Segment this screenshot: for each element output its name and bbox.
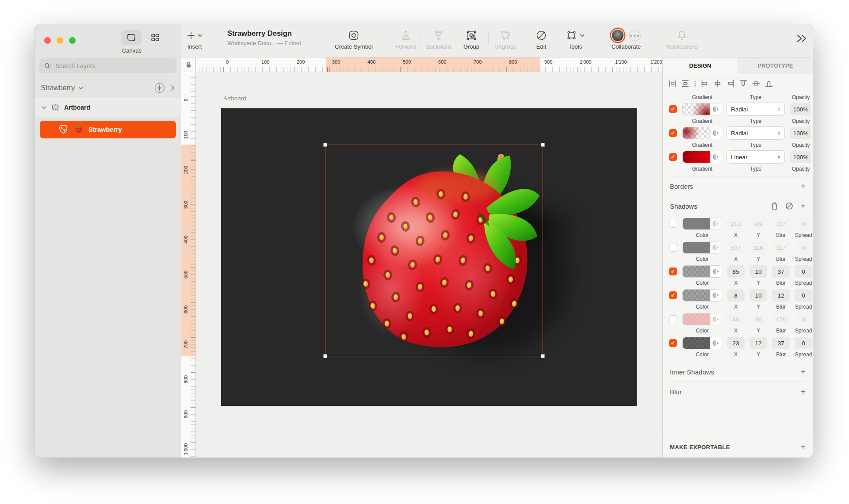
shadow-blur-field[interactable]: 176 [772,313,790,325]
collaborator-avatar[interactable] [612,30,623,41]
color-picker-button[interactable] [710,337,722,349]
shadow-y-field[interactable]: 10 [750,265,767,278]
shadow-spread-field[interactable]: 0 [795,289,812,302]
shadow-color-swatch[interactable] [682,218,722,230]
delete-shadow-button[interactable] [771,202,778,210]
color-picker-button[interactable] [710,313,722,325]
vertical-ruler[interactable]: 01002003004005006007008009001'000 [181,72,196,458]
resize-handle-top-left[interactable] [323,143,327,147]
components-view-toggle[interactable] [149,32,162,43]
zoom-window-button[interactable] [69,37,76,44]
shadow-y-field[interactable]: -89 [750,218,767,230]
collapse-panels-icon[interactable] [795,34,808,43]
align-right-icon[interactable] [726,79,735,88]
add-shadow-button[interactable]: + [800,201,806,211]
add-export-button[interactable]: + [800,442,806,452]
shadow-enabled-checkbox[interactable] [669,339,677,347]
shadow-x-field[interactable]: 213 [727,218,745,230]
tab-design[interactable]: DESIGN [663,57,738,74]
layer-item-artboard[interactable]: Artboard [34,98,181,117]
add-page-button[interactable] [155,83,164,93]
distribute-horizontal-icon[interactable] [668,79,677,88]
shadow-color-swatch[interactable] [682,337,722,349]
color-picker-button[interactable] [710,103,722,115]
shadow-x-field[interactable]: 46 [727,313,745,325]
shadow-color-swatch[interactable] [682,313,722,325]
gradient-swatch[interactable] [682,103,722,115]
gradient-swatch[interactable] [682,151,722,163]
close-window-button[interactable] [44,37,51,44]
add-inner-shadow-button[interactable]: + [800,367,806,377]
opacity-field[interactable]: 100% [790,127,811,139]
shadow-y-field[interactable]: 12 [750,337,767,349]
shadow-y-field[interactable]: 36 [750,313,767,325]
resize-handle-bottom-right[interactable] [541,354,545,358]
shadow-color-swatch[interactable] [682,265,722,278]
horizontal-ruler[interactable]: 01002003004005006007008009001'0001'1001'… [181,57,662,72]
tab-prototype[interactable]: PROTOTYPE [738,57,813,74]
align-top-icon[interactable] [739,79,748,88]
shadow-y-field[interactable]: 116 [750,241,767,254]
fill-enabled-checkbox[interactable] [669,105,677,113]
color-picker-button[interactable] [710,218,722,229]
search-field[interactable] [39,58,176,73]
color-picker-button[interactable] [710,290,722,301]
collaborate-button[interactable]: ●●● Collaborate [605,29,647,50]
add-blur-button[interactable]: + [800,387,806,397]
document-title[interactable]: Strawberry Design Workspace Docu... — Ed… [227,29,301,46]
shadow-x-field[interactable]: 23 [727,337,745,349]
opacity-field[interactable]: 100% [790,103,811,115]
edit-button[interactable]: Edit [532,29,551,50]
distribute-vertical-icon[interactable] [681,79,690,88]
shadow-color-swatch[interactable] [682,241,722,254]
shadow-blur-field[interactable]: 117 [772,241,790,254]
align-left-icon[interactable] [700,79,709,88]
shadow-x-field[interactable]: 537 [727,241,745,254]
gradient-type-dropdown[interactable]: Radial▲▼ [727,126,785,140]
selection-box[interactable] [325,145,543,356]
shadow-blur-field[interactable]: 12 [772,289,790,302]
search-input[interactable] [55,62,157,69]
add-border-button[interactable]: + [800,181,806,191]
shadow-enabled-checkbox[interactable] [669,291,677,299]
align-center-horizontal-icon[interactable] [713,79,722,88]
minimize-window-button[interactable] [57,37,63,44]
resize-handle-bottom-left[interactable] [323,354,327,358]
collaborate-more-button[interactable]: ●●● [629,30,641,41]
shadow-blur-field[interactable]: 37 [772,265,790,278]
lock-icon[interactable] [186,61,191,68]
opacity-field[interactable]: 100% [790,151,811,163]
shadow-x-field[interactable]: 8 [727,289,745,302]
page-name[interactable]: Strawberry [41,84,75,92]
color-picker-button[interactable] [710,242,722,253]
artboard-title[interactable]: Artboard [223,95,246,102]
canvas-view-toggle[interactable] [121,30,142,45]
gradient-type-dropdown[interactable]: Radial▲▼ [727,103,785,116]
disclosure-chevron-icon[interactable] [42,106,46,109]
shadow-spread-field[interactable]: 0 [795,241,812,254]
align-bottom-icon[interactable] [765,79,773,88]
resize-handle-top-right[interactable] [541,143,545,147]
fill-enabled-checkbox[interactable] [669,129,677,137]
color-picker-button[interactable] [710,151,722,163]
canvas-viewport[interactable]: Artboard [196,72,662,458]
shadow-spread-field[interactable]: 0 [795,313,812,325]
layer-item-strawberry-selected[interactable]: Strawberry [40,121,176,138]
shadow-spread-field[interactable]: 0 [795,265,812,278]
gradient-type-dropdown[interactable]: Linear▲▼ [727,150,785,164]
color-picker-button[interactable] [710,127,722,139]
align-middle-vertical-icon[interactable] [752,79,761,88]
disable-shadows-button[interactable] [785,202,793,210]
color-picker-button[interactable] [710,266,722,277]
shadow-blur-field[interactable]: 37 [772,337,790,349]
shadow-enabled-checkbox[interactable] [669,244,677,252]
shadow-spread-field[interactable]: 0 [795,337,812,349]
fill-enabled-checkbox[interactable] [669,153,677,161]
shadow-enabled-checkbox[interactable] [669,315,677,323]
tools-button[interactable]: Tools [562,29,588,50]
shadow-color-swatch[interactable] [682,289,722,302]
gradient-swatch[interactable] [682,127,722,139]
insert-button[interactable]: Insert [187,29,203,50]
shadow-spread-field[interactable]: 0 [795,218,812,230]
chevron-down-icon[interactable] [78,87,83,90]
